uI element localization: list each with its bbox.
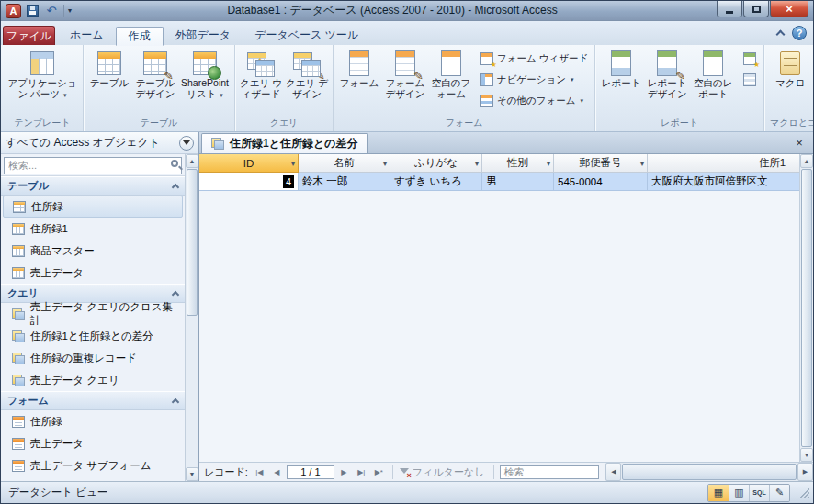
ribbon-tab-database-tools[interactable]: データベース ツール (243, 26, 370, 45)
table-icon (95, 50, 124, 77)
nav-pane-scrollbar[interactable]: ▲ ▼ (185, 154, 198, 481)
cell-furigana[interactable]: すずき いちろ (390, 173, 482, 191)
no-filter-icon[interactable] (399, 466, 411, 478)
cell-id[interactable]: 4 (199, 173, 299, 191)
report-design-button[interactable]: ✎ レポート デザイン (644, 48, 690, 99)
nav-item-query[interactable]: 売上データ クエリのクロス集計 (3, 303, 183, 325)
nav-item-table[interactable]: 商品マスター (3, 240, 183, 262)
column-header-furigana[interactable]: ふりがな▾ (390, 154, 482, 173)
application-parts-button[interactable]: アプリケーション パーツ ▾ (5, 48, 80, 101)
scroll-up-icon[interactable]: ▲ (186, 154, 198, 168)
filter-dropdown-icon[interactable]: ▾ (383, 160, 387, 168)
record-label: レコード: (204, 465, 248, 479)
navigation-pane-title[interactable]: すべての Access オブジェクト (6, 135, 175, 151)
minimize-ribbon-icon[interactable] (776, 30, 786, 39)
maximize-button[interactable] (743, 1, 769, 17)
record-search-input[interactable] (500, 465, 599, 479)
filter-dropdown-icon[interactable]: ▾ (640, 160, 644, 168)
cell-name[interactable]: 鈴木 一郎 (299, 173, 390, 191)
cell-gender[interactable]: 男 (482, 173, 554, 191)
filter-dropdown-icon[interactable]: ▾ (291, 160, 295, 168)
scroll-left-icon[interactable]: ◀ (605, 463, 621, 481)
report-wizard-button[interactable]: ★ (739, 48, 761, 69)
blank-report-button[interactable]: 空白のレポート (690, 48, 736, 99)
scrollbar-thumb[interactable] (801, 169, 812, 447)
document-tab[interactable]: 住所録1と住所録との差分 (201, 133, 368, 153)
filter-dropdown-icon[interactable]: ▾ (475, 160, 479, 168)
table-row: 4 鈴木 一郎 すずき いちろ 男 545-0004 大阪府大阪市阿倍野区文 (199, 173, 799, 191)
nav-item-table[interactable]: 住所録 (3, 196, 183, 218)
ribbon-tab-home[interactable]: ホーム (58, 26, 116, 45)
query-wizard-button[interactable]: ★ クエリ ウィザード (238, 48, 284, 99)
group-name: マクロとコード (764, 117, 814, 131)
first-record-button[interactable]: |◀ (252, 465, 267, 479)
nav-item-form[interactable]: 住所録 (3, 410, 183, 432)
nav-item-form[interactable]: 売上データ (3, 432, 183, 454)
query-design-button[interactable]: ✎ クエリ デザイン (284, 48, 330, 99)
nav-search-input[interactable] (4, 157, 182, 174)
cell-postal[interactable]: 545-0004 (554, 173, 648, 191)
form-button[interactable]: フォーム (336, 48, 382, 88)
navigation-button[interactable]: ナビゲーション ▾ (477, 69, 592, 90)
last-record-button[interactable]: ▶| (354, 465, 369, 479)
design-view-button[interactable]: ✎ (769, 485, 789, 501)
more-forms-button[interactable]: その他のフォーム ▾ (477, 90, 592, 111)
record-position-input[interactable] (287, 465, 334, 479)
sql-view-button[interactable]: SQL (749, 485, 769, 501)
undo-button[interactable]: ↶ (43, 3, 60, 18)
nav-item-form[interactable]: 売上データ サブフォーム (3, 454, 183, 476)
scroll-down-icon[interactable]: ▼ (800, 448, 813, 462)
datasheet-view-button[interactable]: ▦ (708, 485, 729, 501)
close-document-icon[interactable]: × (792, 136, 807, 150)
new-record-button[interactable]: ▶* (371, 465, 387, 479)
scroll-right-icon[interactable]: ▶ (797, 463, 813, 481)
next-record-button[interactable]: ▶ (336, 465, 352, 479)
datasheet-vertical-scrollbar[interactable]: ▲ ▼ (799, 154, 813, 462)
save-button[interactable] (24, 3, 40, 18)
filter-status-label[interactable]: フィルターなし (413, 465, 485, 479)
nav-section-tables[interactable]: テーブル (1, 176, 185, 196)
ribbon-right-controls: ? (777, 26, 807, 40)
file-tab[interactable]: ファイル (3, 26, 55, 45)
column-header-gender[interactable]: 性別▾ (482, 154, 554, 173)
filter-dropdown-icon[interactable]: ▾ (547, 160, 550, 168)
nav-section-forms[interactable]: フォーム (1, 391, 185, 410)
form-wizard-button[interactable]: ★ フォーム ウィザード (477, 48, 592, 69)
scroll-down-icon[interactable]: ▼ (186, 467, 198, 481)
nav-item-table[interactable]: 住所録1 (3, 218, 183, 240)
nav-pane-menu-button[interactable] (179, 136, 194, 151)
table-design-button[interactable]: ✎ テーブル デザイン (132, 48, 178, 99)
table-button[interactable]: テーブル (86, 48, 132, 88)
scroll-up-icon[interactable]: ▲ (800, 154, 813, 168)
scrollbar-thumb[interactable] (622, 464, 797, 480)
pivottable-view-button[interactable]: ▥ (729, 485, 749, 501)
sharepoint-lists-button[interactable]: SharePoint リスト ▾ (178, 48, 232, 101)
nav-item-table[interactable]: 売上データ (3, 262, 183, 284)
column-header-id[interactable]: ID▾ (199, 154, 299, 173)
help-button[interactable]: ? (792, 26, 807, 40)
macro-button[interactable]: マクロ (767, 48, 813, 88)
column-header-name[interactable]: 名前▾ (299, 154, 390, 173)
report-button[interactable]: レポート (598, 48, 644, 88)
nav-item-query[interactable]: 住所録1と住所録との差分 (3, 325, 183, 347)
scrollbar-thumb[interactable] (187, 169, 198, 316)
nav-item-query[interactable]: 売上データ クエリ (3, 369, 183, 391)
ribbon-tab-external-data[interactable]: 外部データ (164, 26, 243, 45)
qat-customize-button[interactable]: ▾ (68, 6, 72, 15)
horizontal-scrollbar[interactable]: ◀ ▶ (605, 463, 813, 481)
quick-access-toolbar: A ↶ ▾ (1, 3, 75, 18)
blank-form-button[interactable]: 空白のフォーム (428, 48, 474, 99)
column-header-postal[interactable]: 郵便番号▾ (554, 154, 648, 173)
scrollbar-track[interactable] (186, 317, 198, 467)
close-button[interactable]: × (770, 1, 808, 17)
form-design-button[interactable]: ✎ フォーム デザイン (382, 48, 428, 99)
access-app-icon[interactable]: A (6, 4, 21, 18)
column-header-address[interactable]: 住所1▾ (648, 154, 799, 173)
ribbon-tab-create[interactable]: 作成 (116, 27, 164, 46)
nav-item-query[interactable]: 住所録の重複レコード (3, 347, 183, 369)
previous-record-button[interactable]: ◀ (269, 465, 285, 479)
minimize-button[interactable] (717, 1, 742, 17)
cell-address[interactable]: 大阪府大阪市阿倍野区文 (648, 173, 799, 191)
resize-grip[interactable] (797, 487, 809, 498)
labels-button[interactable] (739, 69, 761, 90)
